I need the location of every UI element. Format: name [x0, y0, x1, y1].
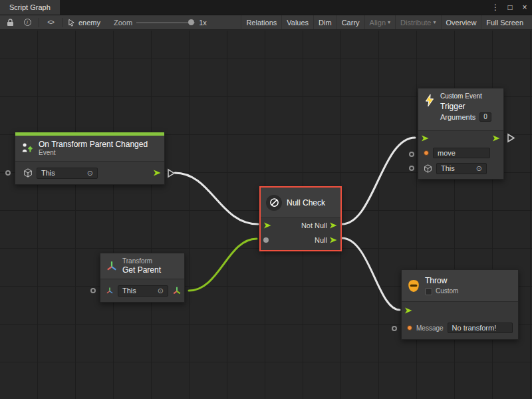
- custom-label: Custom: [436, 287, 458, 295]
- event-name-row: move: [418, 146, 503, 160]
- arguments-label: Arguments: [440, 113, 475, 122]
- not-null-port-row: Not Null: [261, 218, 340, 233]
- node-throw[interactable]: Throw Custom Message No transform!: [401, 269, 519, 340]
- control-connector-triangle[interactable]: [167, 168, 176, 178]
- node-title: Null Check: [287, 198, 325, 207]
- string-input-port[interactable]: [407, 325, 412, 331]
- value-input-port[interactable]: [409, 152, 414, 157]
- tab-title: Script Graph: [9, 3, 51, 11]
- node-title: Throw: [425, 276, 458, 285]
- connection-getparent-to-nullcheck[interactable]: [189, 239, 257, 291]
- cube-icon: [23, 168, 33, 178]
- close-icon[interactable]: ×: [517, 0, 532, 15]
- custom-option-row: Custom: [425, 287, 458, 295]
- tab-bar-spacer: [60, 0, 488, 15]
- this-port-row: This ⊙: [418, 160, 503, 176]
- zoom-label: Zoom: [114, 19, 132, 27]
- null-label: Null: [315, 236, 327, 244]
- control-input-port[interactable]: [421, 134, 430, 142]
- string-input-port[interactable]: [424, 150, 429, 156]
- arguments-field[interactable]: 0: [479, 112, 491, 122]
- control-output-port[interactable]: [329, 236, 338, 244]
- zoom-value: 1x: [199, 19, 207, 27]
- control-output-port[interactable]: [492, 134, 501, 142]
- this-dropdown[interactable]: This ⊙: [118, 285, 168, 297]
- values-button[interactable]: Values: [281, 15, 313, 29]
- node-header: Transform Get Parent: [100, 253, 184, 279]
- zoom-control: Zoom 1x: [114, 19, 207, 27]
- node-custom-event-trigger[interactable]: Custom Event Trigger Arguments 0 move Th…: [418, 88, 504, 180]
- null-check-icon: [266, 195, 282, 211]
- control-input-port[interactable]: [404, 307, 413, 315]
- align-button[interactable]: Align▾: [364, 15, 395, 29]
- relations-button[interactable]: Relations: [241, 15, 281, 29]
- null-port-row: Null: [261, 233, 340, 247]
- fullscreen-button[interactable]: Full Screen: [481, 15, 528, 29]
- target-picker-icon[interactable]: ⊙: [158, 287, 164, 295]
- control-output-port[interactable]: [153, 169, 162, 177]
- message-row: Message No transform!: [402, 319, 518, 336]
- control-input-port[interactable]: [263, 221, 272, 229]
- graph-toolbar: i <> enemy Zoom 1x Relations Values Dim …: [0, 15, 532, 30]
- window-tab-bar: Script Graph ⋮ □ ×: [0, 0, 532, 15]
- throw-exception-icon: [407, 279, 420, 293]
- chevron-down-icon: ▾: [388, 19, 390, 25]
- lock-icon[interactable]: [4, 17, 16, 29]
- node-title: On Transform Parent Changed: [39, 140, 148, 149]
- node-subtitle: Event: [39, 149, 148, 157]
- target-picker-icon[interactable]: ⊙: [476, 164, 482, 173]
- this-dropdown[interactable]: This ⊙: [37, 168, 98, 179]
- custom-checkbox[interactable]: [425, 288, 432, 295]
- target-picker-icon[interactable]: ⊙: [87, 169, 93, 178]
- window-menu-icon[interactable]: ⋮: [488, 0, 503, 15]
- custom-event-icon: [424, 94, 436, 107]
- zoom-slider-thumb[interactable]: [188, 19, 194, 25]
- node-on-transform-parent-changed[interactable]: On Transform Parent Changed Event This ⊙: [15, 132, 165, 185]
- transform-event-icon: [21, 142, 34, 155]
- graph-asset-icon: [68, 19, 75, 27]
- toolbar-separator: [62, 18, 63, 27]
- info-icon[interactable]: i: [21, 17, 33, 29]
- node-null-check[interactable]: Null Check Not Null Null: [259, 186, 342, 251]
- node-get-parent[interactable]: Transform Get Parent This ⊙: [100, 253, 185, 303]
- control-port-row: [402, 302, 518, 319]
- transform-icon: [106, 260, 118, 272]
- value-input-port[interactable]: [409, 166, 414, 171]
- node-category: Transform: [122, 257, 161, 265]
- maximize-icon[interactable]: □: [503, 0, 517, 15]
- node-header: Null Check: [261, 188, 340, 218]
- message-label: Message: [416, 325, 444, 332]
- node-header: On Transform Parent Changed Event: [15, 136, 164, 162]
- code-view-icon[interactable]: <>: [45, 17, 57, 29]
- event-name-field[interactable]: move: [433, 148, 490, 158]
- carry-button[interactable]: Carry: [336, 15, 364, 29]
- value-input-port[interactable]: [263, 237, 269, 243]
- graph-breadcrumb[interactable]: enemy: [68, 19, 100, 27]
- zoom-slider[interactable]: [136, 22, 195, 23]
- graph-canvas[interactable]: On Transform Parent Changed Event This ⊙…: [0, 31, 532, 399]
- transform-output-port[interactable]: [172, 286, 182, 295]
- arguments-row: Arguments 0: [440, 112, 491, 122]
- control-output-port[interactable]: [329, 221, 338, 229]
- this-port-row: This ⊙: [15, 162, 164, 184]
- node-category: Custom Event: [440, 92, 491, 100]
- overview-button[interactable]: Overview: [441, 15, 481, 29]
- connection-null-to-throw[interactable]: [342, 238, 400, 310]
- cube-icon: [424, 164, 432, 173]
- node-header: Custom Event Trigger Arguments 0: [418, 88, 503, 131]
- value-input-port[interactable]: [5, 170, 11, 176]
- toolbar-separator: [39, 18, 39, 27]
- distribute-button[interactable]: Distribute▾: [395, 15, 440, 29]
- connection-event-to-nullcheck[interactable]: [175, 173, 258, 224]
- connection-notnull-to-customevent[interactable]: [342, 138, 415, 224]
- control-connector-triangle[interactable]: [507, 133, 515, 143]
- this-dropdown[interactable]: This ⊙: [436, 163, 487, 174]
- this-port-row: This ⊙: [100, 279, 184, 302]
- value-input-port[interactable]: [392, 326, 397, 331]
- dim-button[interactable]: Dim: [313, 15, 336, 29]
- node-title: Get Parent: [122, 265, 161, 275]
- message-field[interactable]: No transform!: [448, 323, 513, 333]
- script-graph-tab[interactable]: Script Graph: [0, 0, 60, 15]
- toolbar-buttons: Relations Values Dim Carry Align▾ Distri…: [241, 15, 528, 29]
- value-input-port[interactable]: [90, 288, 96, 293]
